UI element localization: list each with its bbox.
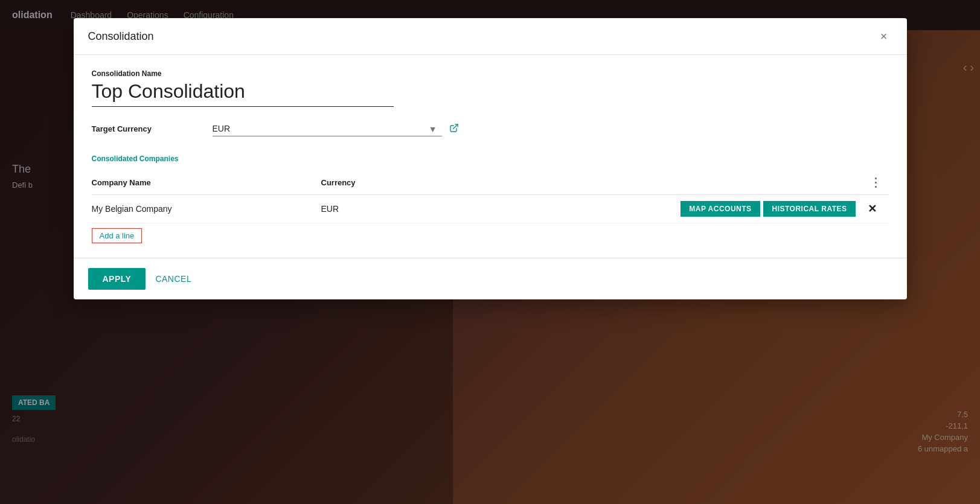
target-currency-row: Target Currency EUR USD GBP ▼ [92, 121, 889, 136]
delete-row-button[interactable]: ✕ [863, 202, 882, 215]
companies-table: Company Name Currency ⋮ My Belgian Compa… [92, 170, 889, 223]
svg-line-0 [453, 124, 457, 129]
modal-footer: APPLY CANCEL [74, 258, 907, 299]
cancel-button[interactable]: CANCEL [155, 274, 191, 284]
col-company-name: Company Name [92, 170, 321, 195]
company-name-cell: My Belgian Company [92, 195, 321, 223]
col-dots: ⋮ [863, 170, 889, 195]
modal-body: Consolidation Name Top Consolidation Tar… [74, 55, 907, 258]
col-actions [533, 170, 863, 195]
external-link-icon[interactable] [449, 123, 459, 135]
row-action-buttons: MAP ACCOUNTS HISTORICAL RATES [533, 195, 863, 223]
apply-button[interactable]: APPLY [88, 268, 146, 290]
add-line-button[interactable]: Add a line [92, 228, 143, 243]
historical-rates-button[interactable]: HISTORICAL RATES [763, 201, 855, 217]
modal-header: Consolidation × [74, 18, 907, 55]
currency-select-wrapper: EUR USD GBP ▼ [213, 121, 442, 136]
row-delete-cell: ✕ [863, 195, 889, 223]
modal-title: Consolidation [88, 30, 154, 43]
consolidation-name-value[interactable]: Top Consolidation [92, 80, 394, 107]
three-dots-icon[interactable]: ⋮ [870, 176, 882, 189]
col-currency: Currency [321, 170, 533, 195]
consolidation-name-label: Consolidation Name [92, 69, 889, 78]
modal-close-button[interactable]: × [876, 28, 892, 45]
modal-overlay: Consolidation × Consolidation Name Top C… [0, 0, 980, 504]
section-label: Consolidated Companies [92, 155, 889, 163]
currency-select[interactable]: EUR USD GBP [213, 121, 442, 136]
target-currency-label: Target Currency [92, 124, 213, 133]
modal-dialog: Consolidation × Consolidation Name Top C… [74, 18, 907, 299]
company-name: My Belgian Company [92, 204, 172, 214]
table-header-row: Company Name Currency ⋮ [92, 170, 889, 195]
company-currency-cell: EUR [321, 195, 533, 223]
company-currency: EUR [321, 204, 339, 214]
table-row: My Belgian Company EUR MAP ACCOUNTS HIST… [92, 195, 889, 223]
map-accounts-button[interactable]: MAP ACCOUNTS [681, 201, 760, 217]
